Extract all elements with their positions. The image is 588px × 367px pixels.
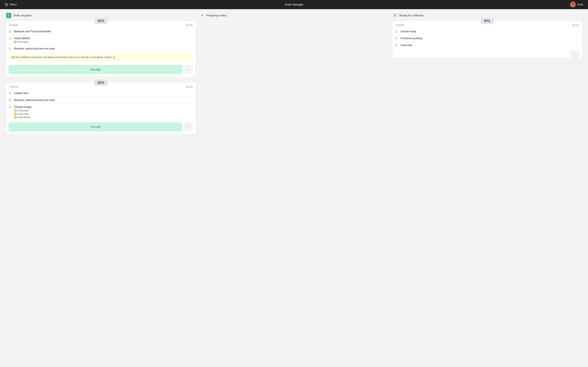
item-modifier: + Extra pesto — [14, 109, 32, 112]
main-columns: 2 Order requests 873 10:45AM £24.59 2 Ba… — [0, 9, 588, 144]
order-item: 1 Chicken wrap — [395, 28, 579, 35]
order-item: 2 Coca-cola — [395, 42, 579, 49]
order-footer: Accept··· — [6, 63, 196, 77]
item-qty: 2 — [9, 92, 12, 95]
menu-button[interactable] — [5, 3, 8, 6]
item-modifier: + Extra cheese — [14, 116, 32, 119]
item-name: Beetroot, walnut and pear nut roast — [14, 99, 55, 102]
more-options-button[interactable]: ··· — [184, 122, 193, 131]
item-qty: 1 — [396, 37, 398, 40]
page-title: Order Manager — [285, 3, 303, 6]
item-modifier: + Extra mayo — [14, 113, 32, 115]
item-name: Coca-cola — [400, 44, 412, 47]
column-header-order_requests: 2 Order requests — [6, 13, 196, 18]
user-profile: 🧑 Anna — [570, 2, 583, 8]
order-note: With the cauliflower steak please don't … — [9, 53, 193, 61]
order-item: 2 Balsamic and Thyme Portobello — [9, 28, 193, 35]
order-card: 873 10:45AM £24.59 2 Balsamic and Thyme … — [6, 21, 196, 77]
order-price: £24.59 — [186, 86, 193, 88]
app-header: Menu Order Manager 🧑 Anna — [0, 0, 588, 9]
order-card: 871 10:45AM £24.59 1 Chicken wrap 1 Chri… — [392, 21, 582, 58]
column-order_requests: 2 Order requests 873 10:45AM £24.59 2 Ba… — [4, 13, 197, 140]
item-name: Chicken wrap — [400, 30, 416, 33]
item-qty: 1 — [9, 37, 12, 40]
order-time: 10:45AM — [9, 24, 18, 26]
plus-icon: + — [14, 109, 17, 112]
column-ready_for_collection: 1 Ready for collection 871 10:45AM £24.5… — [391, 13, 584, 140]
column-header-preparing_orders: 0 Preparing orders — [199, 13, 389, 18]
order-item: 1 Beetroot, walnut and pear nut roast — [9, 97, 193, 104]
order-item: 2 Loaded fries — [9, 90, 193, 97]
item-name: Herby falafels — [14, 37, 30, 40]
order-footer: Accept··· — [6, 120, 196, 134]
order-items-list: 1 Chicken wrap 1 Christmas pudding 2 Coc… — [392, 28, 582, 49]
item-name: Christmas pudding — [400, 37, 422, 40]
avatar: 🧑 — [570, 2, 576, 8]
accept-button[interactable]: Accept — [9, 122, 182, 131]
order-number-badge: 874 — [95, 80, 107, 86]
modifier-text: Extra mayo — [18, 113, 29, 115]
column-header-ready_for_collection: 1 Ready for collection — [392, 13, 582, 18]
order-item: 1 Herby falafels + Extra pesto — [9, 35, 193, 45]
item-modifier: + Extra pesto — [14, 41, 30, 43]
item-name: Chicken burger — [14, 106, 32, 108]
order-price: £24.59 — [572, 24, 579, 26]
column-count-badge: 1 — [392, 13, 398, 18]
item-qty: 1 — [9, 106, 12, 108]
item-name: Beetroot, walnut and pear nut roast — [14, 47, 55, 50]
plus-icon: + — [14, 41, 17, 43]
order-card: 874 10:45AM £24.59 2 Loaded fries 1 Beet… — [6, 83, 196, 134]
item-qty: 1 — [9, 47, 12, 50]
order-item: 1 Beetroot, walnut and pear nut roast — [9, 45, 193, 52]
item-qty: 2 — [396, 44, 398, 47]
column-title: Order requests — [13, 14, 32, 17]
menu-label: Menu — [10, 3, 17, 6]
order-time: 10:45AM — [396, 24, 404, 26]
plus-icon: + — [14, 113, 17, 115]
modifier-text: Extra cheese — [18, 116, 30, 118]
plus-icon: + — [14, 116, 17, 119]
user-name: Anna — [578, 3, 583, 6]
order-items-list: 2 Balsamic and Thyme Portobello 1 Herby … — [6, 28, 196, 52]
more-options-button[interactable]: ··· — [570, 50, 579, 58]
order-time: 10:45AM — [9, 86, 18, 88]
column-title: Ready for collection — [399, 14, 424, 17]
accept-button[interactable]: Accept — [9, 65, 182, 74]
order-price: £24.59 — [186, 24, 193, 26]
item-qty: 1 — [396, 30, 398, 33]
order-items-list: 2 Loaded fries 1 Beetroot, walnut and pe… — [6, 90, 196, 120]
item-name: Loaded fries — [14, 92, 28, 95]
item-name: Balsamic and Thyme Portobello — [14, 30, 51, 33]
order-item: 1 Chicken burger + Extra pesto + Extra m… — [9, 104, 193, 120]
column-title: Preparing orders — [206, 14, 227, 17]
modifier-text: Extra pesto — [18, 109, 29, 112]
item-qty: 1 — [9, 99, 12, 102]
order-item: 1 Christmas pudding — [395, 35, 579, 42]
column-count-badge: 2 — [6, 13, 11, 18]
modifier-text: Extra pesto — [18, 41, 29, 43]
order-number-badge: 871 — [481, 18, 493, 24]
column-count-badge: 0 — [199, 13, 204, 18]
order-number-badge: 873 — [95, 18, 107, 24]
item-qty: 2 — [9, 30, 12, 33]
more-options-button[interactable]: ··· — [184, 65, 193, 74]
column-preparing_orders: 0 Preparing orders — [197, 13, 390, 140]
